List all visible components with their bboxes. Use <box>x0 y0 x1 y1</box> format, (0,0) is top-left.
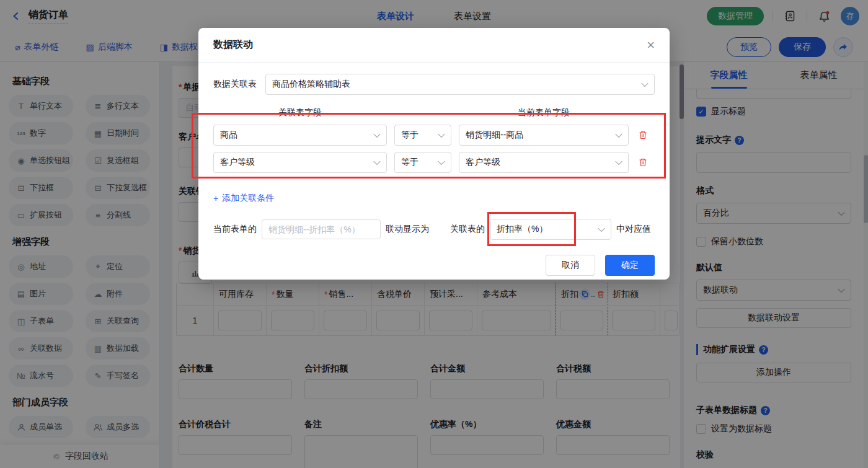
modal-title: 数据联动 <box>213 38 253 51</box>
modal-body: 数据关联表 商品价格策略辅助表 关联表字段 当前表单字段 商品 等于 销货明细-… <box>198 63 670 276</box>
linked-table-value: 商品价格策略辅助表 <box>272 79 350 90</box>
condition-operator-value: 等于 <box>401 157 418 168</box>
current-form-prefix: 当前表单的 <box>213 224 257 235</box>
mapping-row: 当前表单的 联动显示为 关联表的 折扣率（%） 中对应值 <box>213 219 655 240</box>
condition-right-select[interactable]: 销货明细--商品 <box>459 125 629 146</box>
trash-icon <box>638 157 648 167</box>
condition-left-value: 商品 <box>220 130 237 141</box>
condition-headers: 关联表字段 当前表单字段 <box>213 107 655 118</box>
linked-field-select[interactable]: 折扣率（%） <box>490 219 611 240</box>
condition-right-value: 销货明细--商品 <box>466 130 523 141</box>
trash-icon <box>638 130 648 140</box>
close-icon[interactable]: × <box>647 38 655 52</box>
of-table-label: 关联表的 <box>450 224 485 235</box>
condition-left-select[interactable]: 客户等级 <box>213 152 387 173</box>
modal-header: 数据联动 × <box>198 28 670 63</box>
condition-right-value: 客户等级 <box>466 157 500 168</box>
linked-field-column-header: 关联表字段 <box>213 107 387 118</box>
plus-icon: + <box>213 193 218 203</box>
corresponding-value-label: 中对应值 <box>616 224 651 235</box>
delete-condition-button[interactable] <box>636 157 650 167</box>
condition-operator-value: 等于 <box>401 130 418 141</box>
add-condition-button[interactable]: + 添加关联条件 <box>213 193 655 204</box>
app-window: 销货订单 表单设计 表单设置 数据管理 存 ⌀ 表单外链 ▨ 后端脚本 <box>0 0 868 468</box>
linked-field-value: 折扣率（%） <box>497 224 547 235</box>
cancel-button[interactable]: 取消 <box>546 255 595 276</box>
condition-left-value: 客户等级 <box>220 157 255 168</box>
condition-row: 客户等级 等于 客户等级 <box>213 152 655 173</box>
current-field-input[interactable] <box>262 219 381 239</box>
delete-condition-button[interactable] <box>636 130 650 140</box>
current-form-column-header: 当前表单字段 <box>459 107 629 118</box>
modal-footer: 取消 确定 <box>213 255 655 276</box>
condition-right-select[interactable]: 客户等级 <box>459 152 629 173</box>
confirm-button[interactable]: 确定 <box>605 255 655 276</box>
condition-left-select[interactable]: 商品 <box>213 125 387 146</box>
linked-table-row: 数据关联表 商品价格策略辅助表 <box>213 74 655 95</box>
display-as-label: 联动显示为 <box>386 224 429 235</box>
data-linkage-modal: 数据联动 × 数据关联表 商品价格策略辅助表 关联表字段 当前表单字段 商品 等… <box>198 28 670 280</box>
condition-operator-select[interactable]: 等于 <box>394 152 451 173</box>
linked-table-label: 数据关联表 <box>213 79 257 90</box>
condition-operator-select[interactable]: 等于 <box>394 125 451 146</box>
linked-table-select[interactable]: 商品价格策略辅助表 <box>265 74 655 95</box>
condition-row: 商品 等于 销货明细--商品 <box>213 125 655 146</box>
add-condition-label: 添加关联条件 <box>222 193 274 204</box>
